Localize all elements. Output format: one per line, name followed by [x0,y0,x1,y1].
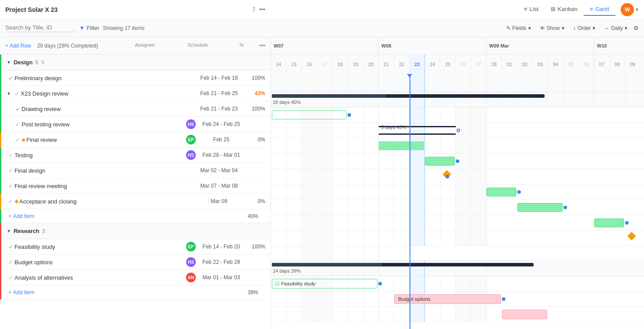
more-icon[interactable]: ••• [259,6,265,13]
assignee-avatar: HS [186,150,196,160]
gantt-body: 18 days 40% [271,74,644,329]
task-check[interactable]: ✓ [7,152,15,159]
task-check[interactable]: ✓ [14,121,22,128]
share-icon[interactable]: ⤴ [252,6,256,13]
feasibility-label: ☑ Feasibility study [275,281,315,287]
task-date: Mar 01 - Mar 03 [199,274,243,281]
group-design-header[interactable]: ▼ Design 6 ⇅ [1,55,271,70]
bar-testing [487,188,516,196]
cells-bg [271,231,644,246]
bar-budget: Budget options [394,294,501,304]
daily-button[interactable]: ↔ Daily ▾ [601,23,630,33]
top-bar: Project Solar X 23 ⤴ ••• ≡ List ⊞ Kanban… [0,0,644,19]
gantt-task-finalreview [271,169,644,185]
cells-bg [271,200,644,215]
tab-gantt[interactable]: ≡ Gantt [584,3,615,16]
task-row: ✓ Feasibility study EP Feb 14 - Feb 20 1… [1,239,271,255]
show-icon: 👁 [540,25,545,31]
gantt-header: W07 W08 W09 Mar W10 14 15 16 17 18 19 20 [271,37,644,74]
filter-button[interactable]: ▼ Filter [79,25,99,31]
group-research: ▼ Research 3 ✓ Feasibility study EP Feb … [0,223,271,299]
gantt-task-drawing [271,138,644,154]
cells-bg [271,307,644,322]
task-check[interactable]: ✓ [7,75,15,81]
days-completed: 29 days (28% Completed) [37,43,98,49]
gantt-task-testing [271,185,644,200]
day-16: 16 [302,55,317,74]
group-design-arrow: ▼ [7,60,11,65]
day-02: 02 [517,55,533,74]
task-check[interactable]: ✓ [7,259,15,266]
task-date: Feb 24 - Feb 25 [199,121,243,127]
fields-button[interactable]: ✎ Fields ▾ [504,23,534,33]
task-row: ✓ Final design Mar 02 - Mar 04 [1,163,271,178]
task-row: ✓ Testing HS Feb 28 - Mar 01 [1,148,271,163]
task-name: Preliminary design [15,75,195,81]
task-check[interactable]: ✓ [7,244,15,250]
bar-finaldesign [517,203,563,212]
day-18: 18 [333,55,348,74]
task-check[interactable]: ✓ [13,90,21,97]
task-check[interactable]: ✓ [14,106,22,112]
gantt-additem-design [271,246,644,260]
gantt-day-labels: 14 15 16 17 18 19 20 21 22 23 24 25 26 2… [271,55,644,74]
task-date: Feb 21 - Feb 25 [195,90,243,96]
gantt-task-budget: Budget options [271,292,644,307]
day-23-today: 23 [410,55,425,74]
expand-icon[interactable]: ▼ [7,91,13,96]
view-tabs: ≡ List ⊞ Kanban ≡ Gantt [518,3,615,16]
posttesting-dot [456,159,459,163]
filter-icon: ▼ [79,25,85,31]
daily-chevron: ▾ [625,25,627,31]
design-total-pct: 40% [248,213,262,219]
order-button[interactable]: ↕ Order ▾ [571,23,598,33]
task-name: Post testing review [22,121,186,128]
cells-bg [271,246,644,260]
task-row: ✓ Analysis of alternatives AN Mar 01 - M… [1,270,271,285]
task-check[interactable]: ✓ [7,183,15,189]
task-check[interactable]: ✓ [7,167,15,174]
left-panel: + Add Row 29 days (28% Completed) Assign… [0,37,271,329]
search-input[interactable] [5,24,76,32]
group-sort-icon[interactable]: ⇅ [41,59,45,65]
tab-gantt-label: Gantt [595,6,609,12]
day-20: 20 [363,55,379,74]
task-pct: 100% [243,75,265,81]
gantt-row-header [271,74,644,92]
order-icon: ↕ [573,25,576,31]
group-research-header[interactable]: ▼ Research 3 [1,223,271,239]
add-item-label: Add Item [13,289,34,296]
fields-label: Fields [512,25,527,31]
settings-button[interactable]: ⚙ [633,25,639,31]
task-check[interactable]: ✓ [14,137,22,143]
chevron-down-icon[interactable]: ▾ [636,6,639,13]
add-item-button-design[interactable]: + Add Item 40% [1,209,271,223]
list-icon: ≡ [524,6,527,12]
arrows-icon: ↔ [604,25,609,31]
daily-label: Daily [611,25,623,31]
more-cols-button[interactable]: ••• [259,42,265,49]
budget-dot [502,297,505,301]
assignee-avatar: HS [186,257,196,267]
feasibility-dot [378,282,382,285]
day-21: 21 [379,55,394,74]
task-date: Mar 09 [195,198,243,204]
day-03: 03 [533,55,548,74]
task-date: Feb 25 [199,137,243,143]
bar-prelim-dot [348,113,351,117]
task-row: ✓ Final review meeting Mar 07 - Mar 08 [1,178,271,194]
tab-list[interactable]: ≡ List [518,3,545,16]
day-22: 22 [394,55,410,74]
task-check[interactable]: ✓ [7,198,15,205]
tab-kanban[interactable]: ⊞ Kanban [545,3,584,16]
showing-label: Showing 17 items [103,25,145,31]
cells-bg [271,185,644,200]
task-date: Mar 02 - Mar 04 [195,167,243,174]
add-row-button[interactable]: + Add Row [5,43,31,49]
task-name: Feasibility study [15,244,186,250]
task-name: Testing [15,152,186,159]
task-check[interactable]: ✓ [7,274,15,281]
add-item-button-research[interactable]: + Add Item 39% [1,285,271,299]
show-button[interactable]: 👁 Show ▾ [537,23,567,33]
day-26: 26 [456,55,471,74]
